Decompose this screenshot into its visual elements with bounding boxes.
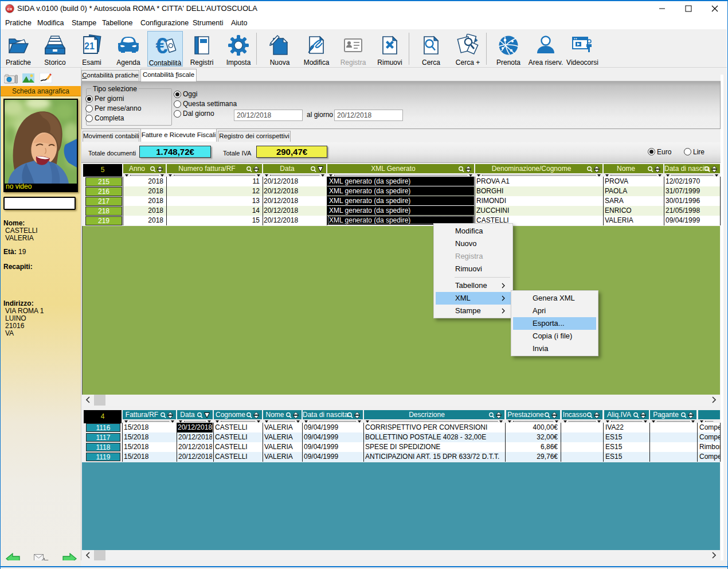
svg-text:€: € (155, 34, 167, 57)
svg-text:21: 21 (84, 41, 95, 51)
